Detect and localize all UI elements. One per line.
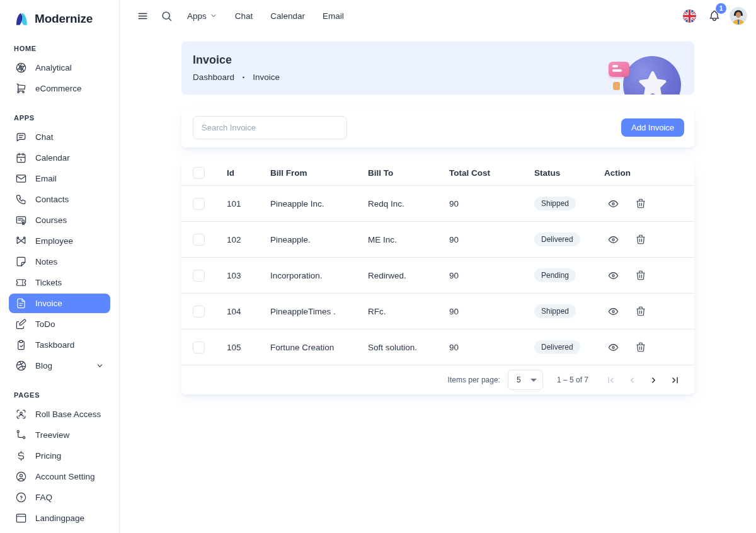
select-all-checkbox[interactable] — [193, 167, 205, 179]
cell-bill-from: Incorporation. — [270, 271, 368, 280]
chevron-left-icon — [627, 375, 638, 386]
sidebar-nav: HOME Analytical eCommerce APPS Chat Cale… — [9, 45, 110, 528]
hamburger-menu-button[interactable] — [132, 6, 152, 26]
sidebar-item-label: Invoice — [35, 299, 62, 308]
nav-calendar-link[interactable]: Calendar — [263, 8, 312, 25]
eye-icon — [607, 270, 619, 282]
last-page-button[interactable] — [664, 369, 685, 391]
row-checkbox[interactable] — [193, 270, 205, 282]
cell-bill-to: ME Inc. — [368, 235, 449, 244]
column-header-action: Action — [604, 168, 694, 178]
sidebar-item-calendar[interactable]: Calendar — [9, 148, 110, 168]
delete-invoice-button[interactable] — [632, 195, 650, 212]
sidebar-item-tickets[interactable]: Tickets — [9, 273, 110, 292]
user-scan-icon — [15, 408, 27, 420]
help-circle-icon — [15, 491, 27, 503]
table-row: 105 Fortune Creation Soft solution. 90 D… — [181, 330, 694, 365]
sidebar-item-faq[interactable]: FAQ — [9, 488, 110, 507]
row-checkbox[interactable] — [193, 341, 205, 353]
sidebar: Modernize HOME Analytical eCommerce APPS… — [0, 0, 120, 533]
breadcrumb-card: Invoice Dashboard • Invoice — [181, 42, 694, 95]
trash-icon — [635, 341, 646, 353]
sidebar-item-roll-base-access[interactable]: Roll Base Access — [9, 404, 110, 424]
sidebar-item-email[interactable]: Email — [9, 169, 110, 188]
delete-invoice-button[interactable] — [632, 231, 650, 248]
invoice-table-card: Id Bill From Bill To Total Cost Status A… — [181, 160, 694, 394]
language-flag-button[interactable] — [679, 6, 699, 26]
first-page-button[interactable] — [600, 369, 621, 391]
brand-logo[interactable]: Modernize — [9, 9, 110, 29]
notifications-button[interactable]: 1 — [704, 6, 724, 26]
ticket-icon — [15, 277, 27, 289]
cell-bill-from: Pineapple Inc. — [270, 199, 368, 209]
certificate-icon — [15, 214, 27, 226]
sidebar-item-label: Chat — [35, 132, 54, 142]
delete-invoice-button[interactable] — [632, 338, 650, 356]
nav-email-link[interactable]: Email — [316, 8, 351, 25]
status-badge: Shipped — [534, 304, 576, 318]
row-checkbox[interactable] — [193, 234, 205, 246]
view-invoice-button[interactable] — [604, 302, 622, 320]
sidebar-item-landingpage[interactable]: Landingpage — [9, 508, 110, 528]
sidebar-item-notes[interactable]: Notes — [9, 252, 110, 272]
sidebar-item-account-setting[interactable]: Account Setting — [9, 467, 110, 486]
cell-bill-from: Pineapple. — [270, 235, 368, 244]
view-invoice-button[interactable] — [604, 195, 622, 212]
breadcrumb-separator: • — [243, 74, 244, 81]
sidebar-item-employee[interactable]: Employee — [9, 231, 110, 251]
section-title-pages: PAGES — [14, 391, 110, 399]
column-header-bill-from: Bill From — [270, 168, 368, 178]
table-row: 102 Pineapple. ME Inc. 90 Delivered — [181, 222, 694, 258]
sidebar-item-label: Blog — [35, 361, 52, 370]
sidebar-item-taskboard[interactable]: Taskboard — [9, 335, 110, 355]
items-per-page-select[interactable]: 5 — [508, 370, 543, 390]
cell-id: 104 — [227, 307, 270, 316]
tree-icon — [15, 429, 27, 441]
status-badge: Delivered — [534, 232, 580, 246]
sidebar-item-analytical[interactable]: Analytical — [9, 58, 110, 77]
previous-page-button[interactable] — [621, 369, 643, 391]
star-icon — [636, 69, 669, 95]
dollar-icon — [15, 450, 27, 462]
view-invoice-button[interactable] — [604, 338, 622, 356]
table-row: 101 Pineapple Inc. Redq Inc. 90 Shipped — [181, 186, 694, 222]
add-invoice-button[interactable]: Add Invoice — [621, 118, 684, 137]
sidebar-item-contacts[interactable]: Contacts — [9, 190, 110, 209]
view-invoice-button[interactable] — [604, 266, 622, 284]
cart-icon — [15, 83, 27, 95]
cell-id: 105 — [227, 343, 270, 352]
sidebar-item-pricing[interactable]: Pricing — [9, 446, 110, 466]
eye-icon — [607, 341, 619, 353]
trash-icon — [635, 306, 646, 317]
user-avatar[interactable] — [730, 7, 747, 25]
view-invoice-button[interactable] — [604, 231, 622, 248]
delete-invoice-button[interactable] — [632, 266, 650, 284]
sidebar-item-ecommerce[interactable]: eCommerce — [9, 79, 110, 98]
breadcrumb-dashboard-link[interactable]: Dashboard — [193, 72, 234, 82]
caret-down-icon — [530, 379, 537, 382]
section-title-home: HOME — [14, 45, 110, 52]
sidebar-item-label: Pricing — [35, 451, 61, 461]
search-invoice-input[interactable] — [193, 116, 347, 139]
blog-icon — [15, 360, 27, 372]
table-row: 103 Incorporation. Redirwed. 90 Pending — [181, 258, 694, 294]
sidebar-item-blog[interactable]: Blog — [9, 356, 110, 375]
search-icon[interactable] — [156, 6, 176, 26]
sidebar-item-todo[interactable]: ToDo — [9, 314, 110, 334]
sidebar-item-invoice[interactable]: Invoice — [9, 294, 110, 313]
row-checkbox[interactable] — [193, 306, 205, 318]
sidebar-item-label: Landingpage — [35, 513, 84, 523]
nav-apps-dropdown[interactable]: Apps — [180, 8, 224, 25]
nav-chat-link[interactable]: Chat — [228, 8, 260, 25]
sidebar-item-treeview[interactable]: Treeview — [9, 425, 110, 445]
table-paginator: Items per page: 5 1 – 5 of 7 — [181, 365, 694, 394]
cube-shape — [613, 82, 620, 90]
delete-invoice-button[interactable] — [632, 302, 650, 320]
sidebar-item-label: Analytical — [35, 63, 72, 72]
cell-total-cost: 90 — [449, 199, 534, 209]
next-page-button[interactable] — [643, 369, 664, 391]
row-checkbox[interactable] — [193, 198, 205, 210]
items-per-page-label: Items per page: — [448, 375, 500, 384]
sidebar-item-chat[interactable]: Chat — [9, 127, 110, 147]
sidebar-item-courses[interactable]: Courses — [9, 210, 110, 230]
